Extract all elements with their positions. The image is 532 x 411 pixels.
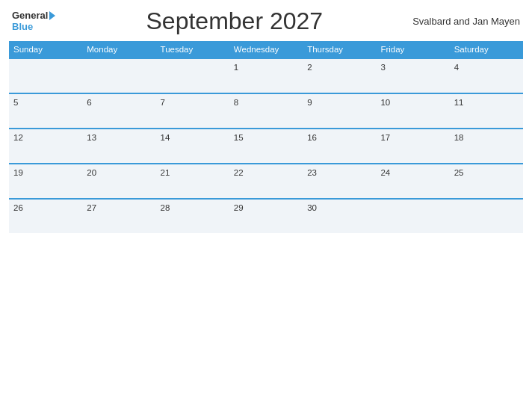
weekday-header-sunday: Sunday: [9, 41, 82, 58]
day-number: 24: [380, 168, 390, 177]
day-number: 21: [161, 168, 170, 177]
calendar-cell: 1: [229, 58, 303, 93]
day-number: 15: [234, 133, 244, 142]
day-number: 3: [380, 63, 385, 72]
day-number: 20: [87, 168, 96, 177]
calendar-cell: 9: [303, 93, 376, 129]
day-number: 11: [454, 98, 464, 107]
calendar-cell: 6: [82, 93, 155, 129]
calendar-grid: SundayMondayTuesdayWednesdayThursdayFrid…: [9, 41, 523, 233]
calendar-cell: 8: [229, 93, 303, 129]
calendar-cell: 28: [156, 199, 229, 233]
month-title: September 2027: [56, 7, 412, 35]
calendar-cell: 7: [156, 93, 229, 129]
day-number: 29: [234, 203, 244, 212]
calendar-cell: 30: [303, 199, 376, 233]
day-number: 2: [307, 63, 312, 72]
week-row-0: 1234: [9, 58, 523, 93]
calendar-cell: [82, 58, 155, 93]
calendar-cell: 12: [9, 129, 82, 164]
calendar-cell: 2: [303, 58, 376, 93]
calendar-cell: 23: [303, 164, 376, 199]
day-number: 27: [87, 203, 96, 212]
day-number: 12: [13, 133, 23, 142]
calendar-cell: 22: [229, 164, 303, 199]
calendar-cell: 16: [303, 129, 376, 164]
calendar-cell: 19: [9, 164, 82, 199]
day-number: 19: [13, 168, 23, 177]
calendar-cell: 29: [229, 199, 303, 233]
logo-triangle-icon: [49, 11, 55, 20]
weekday-header-tuesday: Tuesday: [156, 41, 229, 58]
day-number: 28: [161, 203, 170, 212]
calendar-cell: 21: [156, 164, 229, 199]
calendar-container: General Blue September 2027 Svalbard and…: [0, 0, 532, 411]
day-number: 13: [87, 133, 96, 142]
calendar-cell: 4: [450, 58, 523, 93]
calendar-cell: 24: [376, 164, 449, 199]
weekday-header-friday: Friday: [376, 41, 449, 58]
calendar-cell: [376, 199, 449, 233]
calendar-header-row: SundayMondayTuesdayWednesdayThursdayFrid…: [9, 41, 523, 58]
calendar-cell: 17: [376, 129, 449, 164]
logo: General Blue: [12, 10, 56, 32]
calendar-cell: 10: [376, 93, 449, 129]
logo-blue-text: Blue: [12, 22, 33, 32]
calendar-cell: 18: [450, 129, 523, 164]
calendar-body: 1234567891011121314151617181920212223242…: [9, 58, 523, 233]
day-number: 7: [161, 98, 165, 107]
day-number: 16: [307, 133, 317, 142]
calendar-cell: 11: [450, 93, 523, 129]
calendar-cell: 14: [156, 129, 229, 164]
calendar-cell: 20: [82, 164, 155, 199]
calendar-cell: 26: [9, 199, 82, 233]
calendar-cell: [450, 199, 523, 233]
weekday-header-monday: Monday: [82, 41, 155, 58]
calendar-cell: 3: [376, 58, 449, 93]
calendar-cell: 25: [450, 164, 523, 199]
day-number: 8: [234, 98, 238, 107]
day-number: 22: [234, 168, 244, 177]
day-number: 4: [454, 63, 459, 72]
day-number: 25: [454, 168, 464, 177]
weekday-header-saturday: Saturday: [450, 41, 523, 58]
calendar-cell: 13: [82, 129, 155, 164]
week-row-3: 19202122232425: [9, 164, 523, 199]
day-number: 10: [380, 98, 390, 107]
calendar-header: General Blue September 2027 Svalbard and…: [9, 7, 523, 35]
calendar-cell: 27: [82, 199, 155, 233]
day-number: 26: [13, 203, 23, 212]
day-number: 18: [454, 133, 464, 142]
calendar-cell: [156, 58, 229, 93]
week-row-2: 12131415161718: [9, 129, 523, 164]
region-label: Svalbard and Jan Mayen: [412, 16, 520, 27]
day-number: 9: [307, 98, 312, 107]
calendar-cell: [9, 58, 82, 93]
day-number: 23: [307, 168, 317, 177]
day-number: 17: [380, 133, 390, 142]
weekday-header-thursday: Thursday: [303, 41, 376, 58]
day-number: 1: [234, 63, 238, 72]
weekday-header-wednesday: Wednesday: [229, 41, 303, 58]
weekday-row: SundayMondayTuesdayWednesdayThursdayFrid…: [9, 41, 523, 58]
calendar-cell: 15: [229, 129, 303, 164]
day-number: 30: [307, 203, 317, 212]
logo-general-text: General: [12, 10, 48, 21]
calendar-cell: 5: [9, 93, 82, 129]
day-number: 6: [87, 98, 91, 107]
day-number: 5: [13, 98, 18, 107]
week-row-4: 2627282930: [9, 199, 523, 233]
week-row-1: 567891011: [9, 93, 523, 129]
day-number: 14: [161, 133, 170, 142]
